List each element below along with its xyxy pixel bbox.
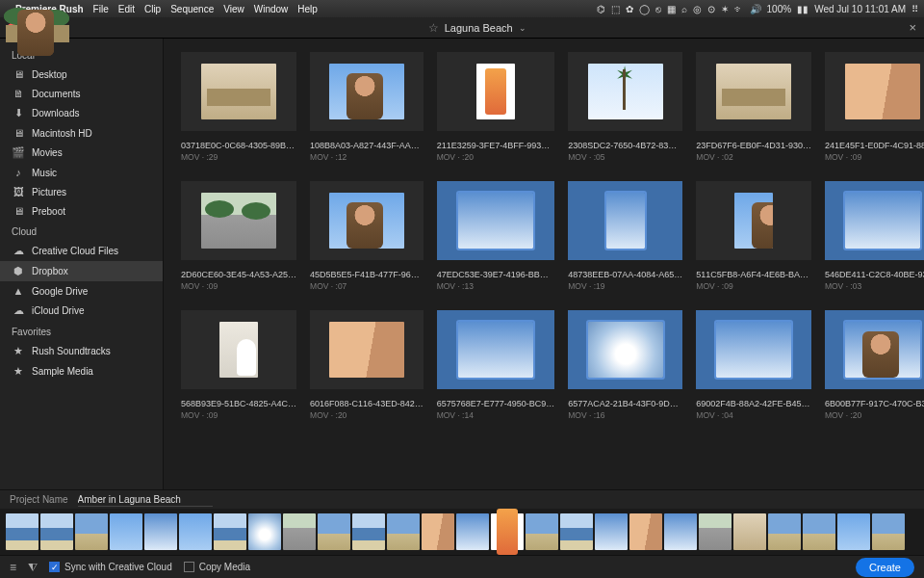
filmstrip-clip[interactable]: [629, 513, 662, 550]
filmstrip-clip[interactable]: [352, 513, 385, 550]
sidebar-item-icloud-drive[interactable]: ☁iCloud Drive: [0, 301, 163, 321]
sidebar-item-music[interactable]: ♪Music: [0, 163, 163, 182]
filmstrip-clip[interactable]: [40, 513, 73, 550]
filmstrip-clip[interactable]: [664, 513, 697, 550]
breadcrumb-title[interactable]: Laguna Beach: [445, 22, 513, 34]
menubar-status-icon[interactable]: ✿: [626, 4, 633, 14]
sidebar-item-documents[interactable]: 🗎Documents: [0, 84, 163, 103]
filmstrip-clip[interactable]: [318, 513, 350, 550]
media-cell[interactable]: 96B00B77F-917C-470C-B36…MOV · :20: [825, 310, 924, 420]
media-filename: 211E3259-3FE7-4BFF-993…: [437, 141, 555, 150]
media-cell[interactable]: 2308SDC2-7650-4B72-83…MOV · :05: [568, 52, 682, 162]
sidebar-item-dropbox[interactable]: ⬢Dropbox: [0, 261, 163, 281]
media-cell[interactable]: 241E45F1-E0DF-4C91-884…MOV · :09: [825, 52, 924, 162]
breadcrumb-chevron-icon[interactable]: ⌄: [519, 23, 526, 33]
media-cell[interactable]: 03718E0C-0C68-4305-89B…MOV · :29: [181, 52, 296, 162]
menubar-status-icon[interactable]: ⌬: [597, 4, 605, 14]
filmstrip-clip[interactable]: [248, 513, 281, 550]
checkbox-unchecked-icon: [184, 562, 194, 572]
close-panel-icon[interactable]: ×: [909, 20, 916, 35]
sidebar-item-preboot[interactable]: 🖥Preboot: [0, 201, 163, 221]
media-cell[interactable]: 547EDC53E-39E7-4196-BB…MOV · :13: [437, 181, 555, 291]
filmstrip-clip[interactable]: [144, 513, 177, 550]
filmstrip-clip[interactable]: [526, 513, 558, 550]
sidebar-item-creative-cloud-files[interactable]: ☁Creative Cloud Files: [0, 241, 163, 261]
menubar-status-icon[interactable]: ⊙: [707, 4, 715, 14]
media-filename: 6016F088-C116-43ED-842…: [310, 399, 424, 408]
media-cell[interactable]: 6016F088-C116-43ED-842…MOV · :20: [310, 310, 424, 420]
project-name-input[interactable]: [78, 493, 213, 507]
menubar-status-icon[interactable]: ⎋: [655, 4, 661, 14]
media-cell[interactable]: 76577ACA2-21B4-43F0-9D…MOV · :16: [568, 310, 682, 420]
filmstrip-clip[interactable]: [733, 513, 766, 550]
sidebar-item-pictures[interactable]: 🖼Pictures: [0, 182, 163, 201]
menubar-status-icon[interactable]: ᯤ: [734, 4, 744, 14]
menu-edit[interactable]: Edit: [118, 4, 135, 14]
media-cell[interactable]: 568B93E9-51BC-4825-A4C…MOV · :09: [181, 310, 296, 420]
filmstrip-clip[interactable]: [456, 513, 489, 550]
filmstrip-clip[interactable]: [491, 513, 524, 550]
menubar-status-icon[interactable]: ⬚: [611, 4, 620, 14]
filmstrip-clip[interactable]: [422, 513, 454, 550]
filter-icon[interactable]: ⧨: [28, 561, 38, 574]
copy-media-checkbox[interactable]: Copy Media: [184, 562, 250, 572]
list-options-icon[interactable]: ≡: [10, 561, 16, 574]
menubar-status-icon[interactable]: 🔊: [750, 4, 761, 14]
sidebar-item-google-drive[interactable]: ▲Google Drive: [0, 281, 163, 301]
menubar-status-icon[interactable]: ◎: [693, 4, 702, 14]
filmstrip-clip[interactable]: [560, 513, 593, 550]
media-cell[interactable]: 23FD67F6-EB0F-4D31-930…MOV · :02: [696, 52, 811, 162]
menu-clip[interactable]: Clip: [144, 4, 161, 14]
sidebar-item-label: Music: [32, 168, 57, 178]
filmstrip-clip[interactable]: [179, 513, 212, 550]
media-cell[interactable]: 511C5FB8-A6F4-4E6B-BA…MOV · :09: [696, 181, 811, 291]
sidebar-item-rush-soundtracks[interactable]: ★Rush Soundtracks: [0, 341, 163, 361]
media-cell[interactable]: 211E3259-3FE7-4BFF-993…MOV · :20: [437, 52, 555, 162]
sidebar-item-movies[interactable]: 🎬Movies: [0, 143, 163, 163]
filmstrip-clip[interactable]: [75, 513, 108, 550]
filmstrip-clip[interactable]: [768, 513, 801, 550]
thumbnail-image: [219, 322, 258, 378]
menubar-status-icon[interactable]: ◯: [639, 4, 650, 14]
thumbnail-image: [606, 193, 645, 249]
sidebar-item-desktop[interactable]: 🖥Desktop: [0, 65, 163, 84]
menu-file[interactable]: File: [93, 4, 109, 14]
sidebar-item-downloads[interactable]: ⬇Downloads: [0, 103, 163, 123]
sync-cloud-checkbox[interactable]: ✓ Sync with Creative Cloud: [49, 562, 172, 572]
sidebar-item-macintosh-hd[interactable]: 🖥Macintosh HD: [0, 123, 163, 143]
media-cell[interactable]: 66575768E7-E777-4950-BC9…MOV · :14: [437, 310, 555, 420]
filmstrip-clip[interactable]: [595, 513, 628, 550]
menu-view[interactable]: View: [223, 4, 244, 14]
filmstrip-clip[interactable]: [803, 513, 835, 550]
media-meta: MOV · :09: [696, 281, 811, 291]
filmstrip-clip[interactable]: [110, 513, 142, 550]
menubar-status-icon[interactable]: ⌕: [681, 4, 687, 14]
create-button[interactable]: Create: [856, 558, 914, 577]
menubar-status-icon[interactable]: ✶: [721, 4, 729, 14]
media-cell[interactable]: 2D60CE60-3E45-4A53-A25…MOV · :09: [181, 181, 296, 291]
filmstrip-clip[interactable]: [387, 513, 420, 550]
filmstrip-clip[interactable]: [6, 513, 38, 550]
filmstrip-clip[interactable]: [699, 513, 732, 550]
favorite-star-icon[interactable]: ☆: [428, 21, 439, 35]
media-grid-scroll[interactable]: 03718E0C-0C68-4305-89B…MOV · :29108B8A03…: [164, 39, 924, 489]
thumbnail-box: 9: [825, 310, 924, 389]
media-cell[interactable]: 3546DE411-C2C8-40BE-931…MOV · :03: [825, 181, 924, 291]
media-cell[interactable]: 448738EEB-07AA-4084-A65…MOV · :19: [568, 181, 682, 291]
sidebar-item-sample-media[interactable]: ★Sample Media: [0, 361, 163, 381]
menubar-status-icon[interactable]: ▦: [667, 4, 676, 14]
main-area: Local🖥Desktop🗎Documents⬇Downloads🖥Macint…: [0, 39, 924, 489]
menu-help[interactable]: Help: [297, 4, 318, 14]
thumbnail-box: [437, 52, 555, 131]
filmstrip-clip[interactable]: [283, 513, 316, 550]
folder-icon: ★: [12, 345, 25, 357]
media-cell[interactable]: 108B8A03-A827-443F-AA…MOV · :12: [310, 52, 424, 162]
filmstrip-clip[interactable]: [872, 513, 905, 550]
filmstrip-clip[interactable]: [837, 513, 870, 550]
selected-media-filmstrip[interactable]: [0, 509, 924, 555]
menu-window[interactable]: Window: [254, 4, 289, 14]
menu-sequence[interactable]: Sequence: [170, 4, 214, 14]
media-cell[interactable]: 45D5B5E5-F41B-477F-96…MOV · :07: [310, 181, 424, 291]
media-cell[interactable]: 869002F4B-88A2-42FE-B45…MOV · :04: [696, 310, 811, 420]
filmstrip-clip[interactable]: [214, 513, 246, 550]
